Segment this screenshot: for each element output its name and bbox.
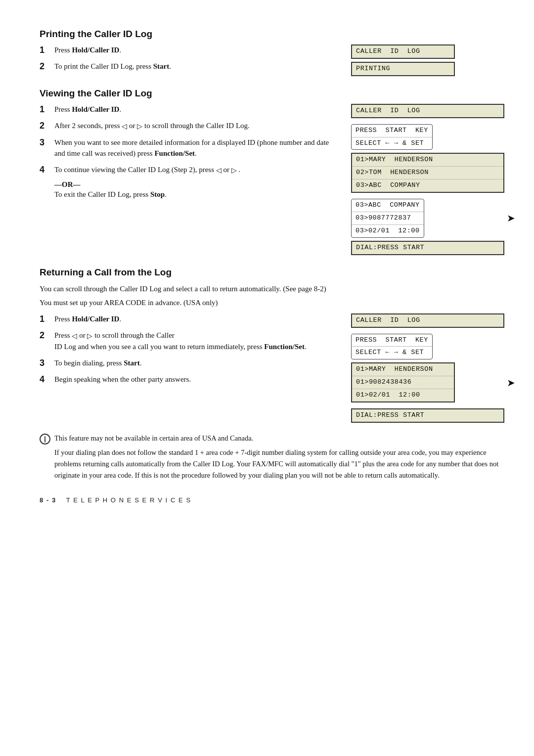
step-num: 4 [40,374,50,385]
lcd-row: PRINTING [352,63,454,75]
printing-right: CALLER ID LOG PRINTING [351,44,504,79]
or-label: —OR— [54,180,81,188]
viewing-step3: 3 When you want to see more detailed inf… [40,137,336,159]
viewing-left: 1 Press Hold/Caller ID. 2 After 2 second… [40,104,336,202]
step-text: Press Hold/Caller ID. [54,44,121,56]
lcd-list: 01>MARY HENDERSON 02>TOM HENDERSON 03>AB… [351,153,504,193]
lcd-row: 02>TOM HENDERSON [352,167,503,179]
screen-wrapper-bracket2: 03>ABC COMPANY 03>9087772837 03>02/01 12… [351,199,504,238]
returning-intro2: You must set up your AREA CODE in advanc… [40,297,504,309]
arrow-left-icon: ◁ [122,123,127,130]
bold-hold: Hold/Caller ID [72,315,119,323]
step-num: 2 [40,120,50,132]
bold-hold: Hold/Caller ID [72,105,119,113]
step-num: 1 [40,104,50,115]
step-text: Press Hold/Caller ID. [54,313,121,325]
viewing-screens: CALLER ID LOG PRESS START KEY SELECT ← →… [351,104,504,258]
screen-wrapper-list: 01>MARY HENDERSON 01>9082438436 01>02/01… [351,362,504,402]
viewing-step1: 1 Press Hold/Caller ID. [40,104,336,115]
viewing-step2: 2 After 2 seconds, press ◁ or ▷ to scrol… [40,120,336,132]
viewing-content: 1 Press Hold/Caller ID. 2 After 2 second… [40,104,504,258]
bold-function: Function/Set [264,343,305,351]
arrow-right-icon: ▷ [231,167,237,174]
lcd-caller-id-log: CALLER ID LOG [351,313,504,328]
returning-intro1: You can scroll through the Caller ID Log… [40,283,504,295]
arrow-right-icon: ▷ [137,123,142,130]
printing-content: 1 Press Hold/Caller ID. 2 To print the C… [40,44,504,79]
printing-step1: 1 Press Hold/Caller ID. [40,44,336,56]
lcd-row: CALLER ID LOG [352,314,503,327]
or-block: —OR— To exit the Caller ID Log, press St… [54,180,336,200]
stop-text: To exit the Caller ID Log, press Stop. [54,190,167,198]
step-text: To print the Caller ID Log, press Start. [54,61,171,72]
viewing-section: Viewing the Caller ID Log 1 Press Hold/C… [40,88,504,258]
printing-title: Printing the Caller ID Log [40,29,504,40]
step-num: 1 [40,313,50,325]
viewing-title: Viewing the Caller ID Log [40,88,504,99]
bold-start: Start [153,62,170,70]
bracket-row: 03>ABC COMPANY [352,199,424,212]
lcd-row: 01>MARY HENDERSON [352,363,454,376]
bold-start: Start [124,359,140,367]
returning-step2: 2 Press ◁ or ▷ to scroll through the Cal… [40,330,336,353]
svg-point-1 [44,436,46,438]
lcd-row: DIAL:PRESS START [352,409,503,422]
bold-text: Hold/Caller ID [72,46,119,54]
returning-left: 1 Press Hold/Caller ID. 2 Press ◁ or ▷ t… [40,313,336,391]
info-circle-icon [40,434,50,445]
lcd-caller-id-log: CALLER ID LOG [351,104,504,118]
returning-screens: CALLER ID LOG PRESS START KEY SELECT ← →… [351,313,504,426]
lcd-list: 01>MARY HENDERSON 01>9082438436 01>02/01… [351,362,455,402]
bracket-row: 03>9087772837 [352,212,424,224]
printing-section: Printing the Caller ID Log 1 Press Hold/… [40,29,504,79]
viewing-right: CALLER ID LOG PRESS START KEY SELECT ← →… [351,104,504,258]
bracket-row: PRESS START KEY [352,334,432,347]
returning-content: 1 Press Hold/Caller ID. 2 Press ◁ or ▷ t… [40,313,504,426]
step-num: 2 [40,61,50,72]
lcd-row: CALLER ID LOG [352,105,503,117]
returning-step4: 4 Begin speaking when the other party an… [40,374,336,385]
viewing-step4: 4 To continue viewing the Caller ID Log … [40,164,336,176]
lcd-row: DIAL:PRESS START [352,242,503,254]
step-text: Press ◁ or ▷ to scroll through the Calle… [54,330,307,353]
returning-title: Returning a Call from the Log [40,267,504,278]
step-num: 4 [40,164,50,176]
note-line1: This feature may not be available in cer… [54,433,504,444]
note-block: This feature may not be available in cer… [40,433,504,482]
bold-function: Function/Set [154,149,195,157]
bracket-group-2: 03>ABC COMPANY 03>9087772837 03>02/01 12… [351,199,424,238]
returning-right: CALLER ID LOG PRESS START KEY SELECT ← →… [351,313,504,426]
lcd-dial: DIAL:PRESS START [351,408,504,423]
step-text: When you want to see more detailed infor… [54,137,336,159]
bracket-group-1: PRESS START KEY SELECT ← → & SET [351,124,433,150]
bracket-row: SELECT ← → & SET [352,137,432,150]
screen-wrapper-bracket1: PRESS START KEY SELECT ← → & SET [351,334,504,360]
step-num: 1 [40,44,50,56]
bold-stop: Stop [150,190,165,198]
lcd-caller-id-log: CALLER ID LOG [351,44,455,59]
arrow-right-icon: ▷ [87,332,92,340]
arrow-left-icon: ◁ [72,332,77,340]
lcd-dial: DIAL:PRESS START [351,241,504,255]
bracket-row: SELECT ← → & SET [352,346,432,359]
step-text: After 2 seconds, press ◁ or ▷ to scroll … [54,120,250,132]
lcd-row: 01>02/01 12:00 [352,389,454,401]
step-text: To begin dialing, press Start. [54,357,141,369]
printing-screens: CALLER ID LOG PRINTING [351,44,504,79]
lcd-row: CALLER ID LOG [352,45,454,58]
returning-step3: 3 To begin dialing, press Start. [40,357,336,369]
returning-section: Returning a Call from the Log You can sc… [40,267,504,482]
lcd-row: 01>MARY HENDERSON [352,154,503,167]
bracket-row: 03>02/01 12:00 [352,224,424,237]
section-title: T E L E P H O N E S E R V I C E S [66,496,191,504]
note-text: This feature may not be available in cer… [54,433,504,482]
screen-wrapper-bracket1: PRESS START KEY SELECT ← → & SET [351,124,504,150]
step-text: To continue viewing the Caller ID Log (S… [54,164,240,176]
info-icon [40,434,50,448]
arrow-right-indicator-icon: ➤ [507,212,515,224]
printing-left: 1 Press Hold/Caller ID. 2 To print the C… [40,44,336,78]
step-num: 2 [40,330,50,341]
page-number: 8 - 3 [40,496,56,504]
arrow-left-icon: ◁ [216,167,222,174]
arrow-right-indicator-icon: ➤ [507,377,515,389]
